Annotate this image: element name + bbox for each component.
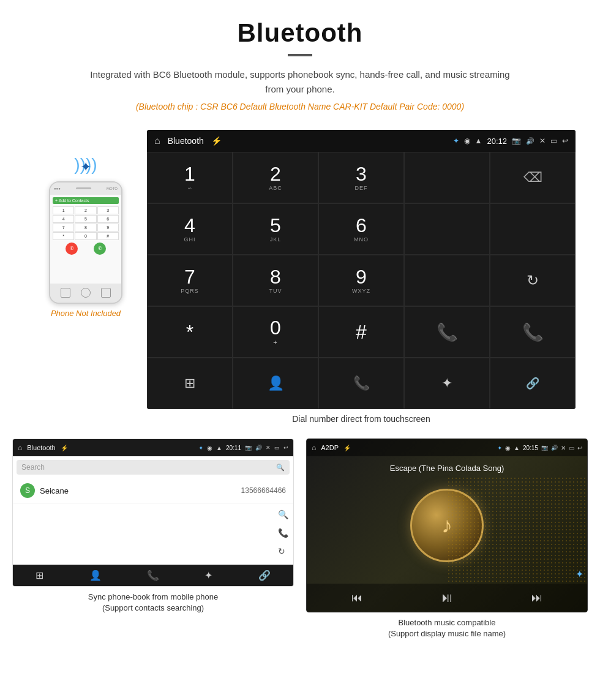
music-next-btn[interactable]: ⏭ [531,592,542,604]
window-icon-status[interactable]: ▭ [550,137,557,145]
pb-nav-link[interactable]: 🔗 [258,570,271,581]
phone-key-3[interactable]: 3 [97,206,119,214]
music-screen: ⌂ A2DP ⚡ ✦ ◉ ▲ 20:15 📷 🔊 ✕ ▭ ↩ E [306,438,588,612]
pb-nav-bt[interactable]: ✦ [204,570,212,581]
pb-search-bar[interactable]: Search 🔍 [17,460,290,475]
music-status-title: A2DP [321,444,339,451]
calls-icon: 📞 [353,375,370,391]
dial-key-2[interactable]: 2 ABC [233,152,318,203]
home-icon[interactable] [154,135,160,146]
music-dots-bg [447,476,587,584]
dial-num-hash: # [356,322,367,342]
dial-key-7[interactable]: 7 PQRS [147,255,233,306]
music-home-icon[interactable]: ⌂ [312,443,316,452]
music-controls: ⏮ ⏯ ⏭ [307,584,587,612]
dial-key-9[interactable]: 9 WXYZ [318,255,404,306]
pb-nav-calls[interactable]: 📞 [147,570,159,581]
phone-key-hash[interactable]: # [97,232,119,240]
dial-delete-btn[interactable]: ⌫ [490,152,576,203]
pb-wifi-icon: ▲ [216,445,222,451]
phone-back-btn[interactable] [61,288,70,298]
x-icon-status[interactable]: ✕ [539,137,546,145]
bottom-screenshots: ⌂ Bluetooth ⚡ ✦ ◉ ▲ 20:11 📷 🔊 ✕ ▭ ↩ [0,438,600,639]
page-title: Bluetooth [24,18,576,48]
page-header: Bluetooth Integrated with BC6 Bluetooth … [0,0,600,130]
dial-refresh-btn[interactable]: ↻ [490,255,576,306]
pb-nav-contacts[interactable]: 👤 [89,570,102,581]
bt-icon-status: ✦ [453,137,459,145]
contacts-icon: 👤 [268,375,284,391]
dial-key-3[interactable]: 3 DEF [318,152,404,203]
pb-side-search: 🔍 [278,510,288,519]
pb-title: Bluetooth [27,444,55,451]
phone-call-btn[interactable]: ✆ [94,243,106,255]
phonebook-screenshot-item: ⌂ Bluetooth ⚡ ✦ ◉ ▲ 20:11 📷 🔊 ✕ ▭ ↩ [12,438,294,639]
bt-icon-bottom: ✦ [441,375,452,391]
phone-end-call-btn[interactable]: ✆ [66,243,78,255]
wifi-signal-icon: )))) ✦ [74,154,97,175]
phone-menu-btn[interactable] [101,288,111,298]
dial-calls-btn[interactable]: 📞 [318,358,404,409]
dial-grid: 1 ∽ 2 ABC 3 DEF ⌫ 4 GHI [147,152,576,409]
phone-key-0[interactable]: 0 [75,232,96,240]
music-playpause-btn[interactable]: ⏯ [440,590,454,606]
phone-screen: + Add to Contacts 1 2 3 4 5 6 7 8 9 * 0 … [50,195,121,284]
bluetooth-small-icon: ✦ [80,159,91,175]
dial-sub-4: GHI [184,236,195,243]
dial-key-star[interactable]: * [147,306,233,358]
pb-nav-apps[interactable]: ⊞ [36,570,43,581]
phone-bottom-bar [50,284,121,302]
dial-sub-3: DEF [355,185,368,191]
dial-key-5[interactable]: 5 JKL [233,203,318,255]
music-bt-overlay-icon: ✦ [576,568,583,580]
music-camera-icon: 📷 [541,445,548,451]
phonebook-caption-line1: Sync phone-book from mobile phone [88,592,218,601]
music-back-icon: ↩ [577,445,582,451]
dial-bt-btn[interactable]: ✦ [404,358,490,409]
phone-key-5[interactable]: 5 [75,215,96,223]
phone-key-2[interactable]: 2 [75,206,96,214]
pb-spacer: 🔍 📞 ↻ [13,503,293,565]
dial-screen: Bluetooth ⚡ ✦ ◉ ▲ 20:12 📷 🔊 ✕ ▭ ↩ [147,130,576,409]
music-location-icon: ◉ [505,445,511,451]
pb-contact-number: 13566664466 [241,486,286,495]
pb-vol-icon: 🔊 [255,445,262,451]
phone-key-7[interactable]: 7 [53,224,74,231]
dial-key-6[interactable]: 6 MNO [318,203,404,255]
dial-num-8: 8 [270,267,281,287]
pb-usb-icon: ⚡ [61,445,68,451]
phone-key-9[interactable]: 9 [97,224,119,231]
dial-sub-9: WXYZ [352,288,370,294]
dial-contacts-btn[interactable]: 👤 [233,358,318,409]
dial-key-1[interactable]: 1 ∽ [147,152,233,203]
dial-key-4[interactable]: 4 GHI [147,203,233,255]
phone-key-1[interactable]: 1 [53,206,74,214]
dial-link-btn[interactable]: 🔗 [490,358,576,409]
pb-back-icon: ↩ [283,445,288,451]
music-screenshot-item: ⌂ A2DP ⚡ ✦ ◉ ▲ 20:15 📷 🔊 ✕ ▭ ↩ E [306,438,588,639]
phone-key-6[interactable]: 6 [97,215,119,223]
dial-sub-7: PQRS [181,288,199,294]
dial-key-8[interactable]: 8 TUV [233,255,318,306]
dial-key-0[interactable]: 0 + [233,306,318,358]
camera-icon-status[interactable]: 📷 [512,137,521,145]
delete-icon: ⌫ [523,170,542,186]
phone-action-row: ✆ ✆ [53,243,119,255]
dial-apps-btn[interactable]: ⊞ [147,358,233,409]
volume-icon-status[interactable]: 🔊 [526,137,534,145]
dial-num-2: 2 [270,164,281,184]
music-prev-btn[interactable]: ⏮ [351,592,362,604]
back-icon-status[interactable]: ↩ [562,137,568,145]
dial-red-call-btn[interactable]: 📞 [490,306,576,358]
dial-green-call-btn[interactable]: 📞 [404,306,490,358]
pb-home-icon[interactable]: ⌂ [18,443,22,452]
status-right: ✦ ◉ ▲ 20:12 📷 🔊 ✕ ▭ ↩ [453,137,568,146]
phone-key-star[interactable]: * [53,232,74,240]
phone-home-btn[interactable] [81,288,91,298]
music-x-icon: ✕ [561,445,566,451]
dial-key-hash[interactable]: # [318,306,404,358]
phone-key-8[interactable]: 8 [75,224,96,231]
pb-search-placeholder: Search [21,463,45,472]
phone-key-4[interactable]: 4 [53,215,74,223]
pb-contact-row[interactable]: S Seicane 13566664466 [13,478,293,503]
